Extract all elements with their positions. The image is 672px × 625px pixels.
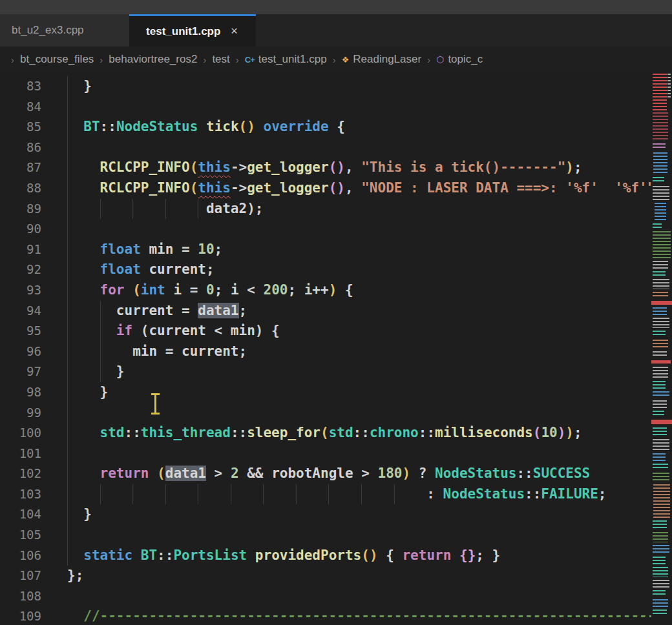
code-text[interactable]: for (int i = 0; i < 200; i++) {: [41, 280, 672, 301]
line-number[interactable]: 86: [0, 138, 41, 158]
line-number[interactable]: 98: [0, 382, 41, 403]
code-line[interactable]: 90: [0, 219, 672, 240]
line-number[interactable]: 94: [0, 301, 41, 322]
code-token: FAILURE: [541, 486, 598, 502]
code-text[interactable]: }: [41, 362, 672, 382]
line-number[interactable]: 99: [0, 403, 41, 424]
code-line[interactable]: 109 //----------------------------------…: [0, 606, 672, 625]
line-number[interactable]: 102: [0, 464, 41, 484]
code-text[interactable]: [41, 525, 672, 546]
code-text[interactable]: };: [41, 566, 672, 586]
breadcrumb-item-behaviortree-ros2[interactable]: behaviortree_ros2: [109, 53, 197, 66]
breadcrumb-item-readinglaser[interactable]: ReadingLaser: [342, 53, 422, 66]
code-text[interactable]: //--------------------------------------…: [41, 606, 672, 625]
code-line[interactable]: 101: [0, 444, 672, 464]
line-number[interactable]: 103: [0, 484, 41, 505]
code-text[interactable]: min = current;: [41, 342, 672, 362]
code-line[interactable]: 100 std::this_thread::sleep_for(std::chr…: [0, 423, 672, 444]
code-text[interactable]: [41, 403, 672, 424]
close-icon[interactable]: ×: [229, 25, 239, 38]
code-line[interactable]: 91 float min = 10;: [0, 240, 672, 260]
line-number[interactable]: 109: [0, 606, 41, 625]
code-line[interactable]: 85 BT::NodeStatus tick() override {: [0, 117, 672, 138]
code-line[interactable]: 105: [0, 525, 672, 546]
code-token: [67, 180, 100, 196]
code-text[interactable]: [41, 586, 672, 607]
line-number[interactable]: 88: [0, 178, 41, 199]
code-text[interactable]: RCLCPP_INFO(this->get_logger(), "This is…: [41, 158, 672, 178]
line-number[interactable]: 91: [0, 240, 41, 260]
code-line[interactable]: 88 RCLCPP_INFO(this->get_logger(), "NODE…: [0, 178, 672, 199]
code-line[interactable]: 103 : NodeStatus::FAILURE;: [0, 484, 672, 505]
indent-guide: [67, 260, 68, 280]
code-text[interactable]: }: [41, 382, 672, 403]
code-text[interactable]: static BT::PortsList providedPorts() { r…: [41, 546, 672, 566]
line-number[interactable]: 93: [0, 280, 41, 301]
line-number[interactable]: 84: [0, 97, 41, 118]
line-number[interactable]: 96: [0, 342, 41, 362]
line-number[interactable]: 100: [0, 423, 41, 444]
tab-bt-u2-ex3[interactable]: bt_u2_ex3.cpp: [0, 14, 129, 46]
code-line[interactable]: 95 if (current < min) {: [0, 321, 672, 342]
code-editor[interactable]: 83 }8485 BT::NodeStatus tick() override …: [0, 72, 672, 625]
code-line[interactable]: 93 for (int i = 0; i < 200; i++) {: [0, 280, 672, 301]
line-number[interactable]: 106: [0, 546, 41, 566]
line-number[interactable]: 89: [0, 199, 41, 220]
code-text[interactable]: data2);: [41, 199, 672, 220]
code-line[interactable]: 86: [0, 138, 672, 158]
breadcrumb-item-bt-course-files[interactable]: bt_course_files: [20, 53, 94, 66]
line-number[interactable]: 105: [0, 525, 41, 546]
line-number[interactable]: 101: [0, 444, 41, 464]
line-number[interactable]: 90: [0, 219, 41, 240]
code-line[interactable]: 97 }: [0, 362, 672, 382]
text-cursor-pointer: [151, 393, 160, 415]
indent-guide: [67, 219, 68, 240]
code-line[interactable]: 84: [0, 97, 672, 118]
code-text[interactable]: return (data1 > 2 && robotAngle > 180) ?…: [41, 464, 672, 484]
breadcrumb-item-test-unit1-cpp[interactable]: test_unit1.cpp: [245, 53, 327, 66]
line-number[interactable]: 83: [0, 76, 41, 97]
code-text[interactable]: float current;: [41, 260, 672, 280]
code-line[interactable]: 83 }: [0, 76, 672, 97]
indent-guide: [67, 158, 68, 178]
code-line[interactable]: 87 RCLCPP_INFO(this->get_logger(), "This…: [0, 158, 672, 178]
code-line[interactable]: 108: [0, 586, 672, 607]
code-text[interactable]: }: [41, 504, 672, 525]
line-number[interactable]: 104: [0, 504, 41, 525]
code-line[interactable]: 89 data2);: [0, 199, 672, 220]
code-text[interactable]: current = data1;: [41, 301, 672, 322]
code-text[interactable]: }: [41, 76, 672, 97]
code-text[interactable]: BT::NodeStatus tick() override {: [41, 117, 672, 138]
code-text[interactable]: [41, 97, 672, 118]
line-number[interactable]: 95: [0, 321, 41, 342]
code-line[interactable]: 92 float current;: [0, 260, 672, 280]
code-text[interactable]: std::this_thread::sleep_for(std::chrono:…: [41, 423, 672, 444]
line-number[interactable]: 92: [0, 260, 41, 280]
line-number[interactable]: 87: [0, 158, 41, 178]
breadcrumb-item-test[interactable]: test: [212, 53, 229, 66]
breadcrumb-item-topic-c[interactable]: topic_c: [436, 53, 483, 66]
code-line[interactable]: 96 min = current;: [0, 342, 672, 362]
code-text[interactable]: if (current < min) {: [41, 321, 672, 342]
code-line[interactable]: 99: [0, 403, 672, 424]
line-number[interactable]: 97: [0, 362, 41, 382]
tab-test-unit1[interactable]: test_unit1.cpp ×: [129, 14, 256, 46]
code-line[interactable]: 104 }: [0, 504, 672, 525]
line-number[interactable]: 107: [0, 566, 41, 586]
code-token: milliseconds: [435, 425, 533, 440]
code-line[interactable]: 98 }: [0, 382, 672, 403]
code-line[interactable]: 107};: [0, 566, 672, 586]
indent-guide: [67, 403, 68, 424]
code-line[interactable]: 94 current = data1;: [0, 301, 672, 322]
code-line[interactable]: 102 return (data1 > 2 && robotAngle > 18…: [0, 464, 672, 484]
code-text[interactable]: float min = 10;: [41, 240, 672, 260]
minimap[interactable]: [651, 72, 672, 625]
code-text[interactable]: [41, 444, 672, 464]
code-text[interactable]: [41, 219, 672, 240]
line-number[interactable]: 108: [0, 586, 41, 607]
code-line[interactable]: 106 static BT::PortsList providedPorts()…: [0, 546, 672, 566]
code-text[interactable]: [41, 138, 672, 158]
line-number[interactable]: 85: [0, 117, 41, 138]
code-text[interactable]: RCLCPP_INFO(this->get_logger(), "NODE : …: [41, 178, 672, 199]
code-text[interactable]: : NodeStatus::FAILURE;: [41, 484, 672, 505]
